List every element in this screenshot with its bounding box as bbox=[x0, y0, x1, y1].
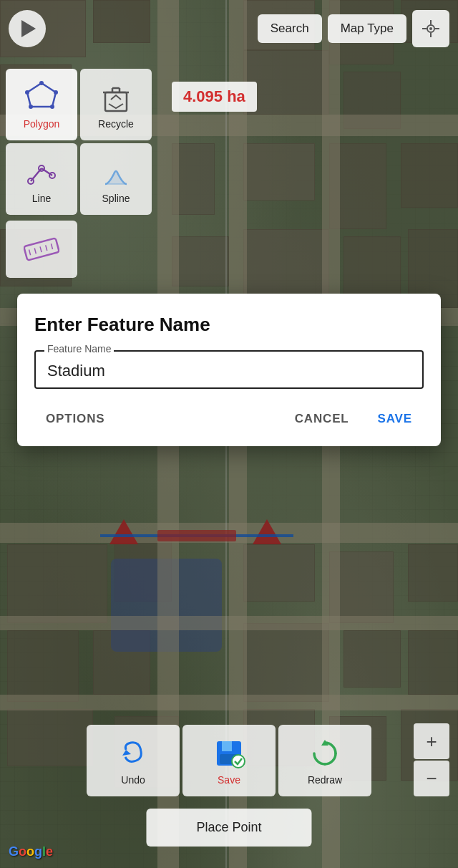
dialog-title: Enter Feature Name bbox=[34, 314, 424, 336]
search-button[interactable]: Search bbox=[258, 14, 322, 43]
svg-point-14 bbox=[29, 105, 33, 109]
svg-rect-27 bbox=[24, 238, 59, 260]
polygon-tool[interactable]: Polygon bbox=[6, 69, 77, 140]
measure-icon bbox=[24, 236, 59, 262]
recycle-tool[interactable]: Recycle bbox=[80, 69, 152, 140]
undo-label: Undo bbox=[121, 774, 145, 786]
svg-line-31 bbox=[46, 245, 47, 251]
bottom-toolbar: Undo Save Redraw bbox=[0, 725, 458, 796]
place-point-button[interactable]: Place Point bbox=[146, 809, 311, 847]
spline-label: Spline bbox=[102, 193, 130, 204]
svg-line-25 bbox=[42, 168, 52, 175]
dialog-actions: OPTIONS CANCEL SAVE bbox=[34, 406, 424, 432]
redraw-label: Redraw bbox=[308, 774, 342, 786]
measure-tool[interactable] bbox=[6, 221, 77, 278]
save-label: Save bbox=[218, 774, 240, 786]
undo-icon bbox=[115, 736, 151, 771]
zoom-controls: + − bbox=[414, 723, 449, 796]
dialog-save-button[interactable]: SAVE bbox=[366, 406, 424, 432]
google-logo: Google bbox=[9, 844, 53, 859]
play-button[interactable] bbox=[9, 10, 46, 47]
spline-tool[interactable]: Spline bbox=[80, 143, 152, 215]
svg-rect-35 bbox=[222, 741, 232, 751]
options-button[interactable]: OPTIONS bbox=[34, 406, 116, 432]
svg-line-32 bbox=[51, 243, 52, 249]
play-icon bbox=[21, 20, 36, 37]
save-button[interactable]: Save bbox=[182, 725, 276, 796]
redraw-button[interactable]: Redraw bbox=[278, 725, 371, 796]
svg-marker-10 bbox=[27, 83, 56, 107]
redraw-icon bbox=[307, 736, 343, 771]
svg-point-12 bbox=[54, 90, 58, 95]
zoom-out-button[interactable]: − bbox=[414, 761, 449, 796]
svg-point-37 bbox=[232, 755, 245, 768]
svg-line-29 bbox=[34, 248, 36, 254]
svg-line-30 bbox=[40, 246, 42, 252]
top-toolbar: Search Map Type bbox=[0, 10, 458, 47]
svg-point-15 bbox=[25, 90, 29, 95]
recycle-label: Recycle bbox=[98, 118, 134, 130]
svg-point-13 bbox=[50, 105, 54, 109]
svg-point-9 bbox=[429, 27, 432, 30]
undo-button[interactable]: Undo bbox=[87, 725, 180, 796]
line-label: Line bbox=[32, 193, 51, 204]
feature-name-dialog: Enter Feature Name Feature Name OPTIONS … bbox=[17, 294, 441, 446]
map-type-button[interactable]: Map Type bbox=[328, 14, 406, 43]
polygon-label: Polygon bbox=[24, 118, 60, 130]
svg-marker-33 bbox=[122, 750, 131, 756]
cancel-button[interactable]: CANCEL bbox=[283, 406, 361, 432]
zoom-in-button[interactable]: + bbox=[414, 723, 449, 759]
svg-line-28 bbox=[29, 250, 31, 256]
area-display: 4.095 ha bbox=[172, 82, 257, 112]
svg-point-11 bbox=[39, 81, 44, 85]
feature-name-label: Feature Name bbox=[44, 343, 114, 355]
recycle-icon bbox=[98, 79, 134, 115]
spline-icon bbox=[98, 154, 134, 190]
feature-name-field: Feature Name bbox=[34, 350, 424, 389]
left-toolbar: Polygon Recycle Line bbox=[6, 69, 152, 215]
svg-line-24 bbox=[31, 168, 42, 181]
location-button[interactable] bbox=[412, 10, 449, 47]
location-icon bbox=[421, 19, 441, 39]
feature-name-input[interactable] bbox=[47, 362, 411, 380]
line-tool[interactable]: Line bbox=[6, 143, 77, 215]
line-icon bbox=[24, 154, 59, 190]
save-icon bbox=[211, 736, 247, 771]
polygon-icon bbox=[24, 79, 59, 115]
